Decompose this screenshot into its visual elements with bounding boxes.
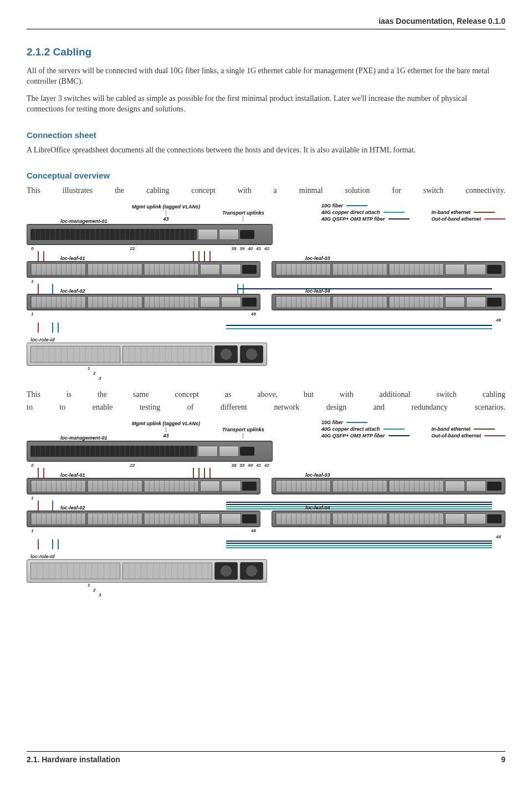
port-num: 48 — [251, 312, 256, 317]
port-num: 0 — [31, 463, 33, 468]
device-leaf-02: loc-leaf-02 — [27, 294, 260, 310]
port-num-cluster: 38 39 40 41 42 — [231, 463, 269, 468]
footer-page-number: 9 — [501, 755, 505, 764]
subsection-connection-sheet: Connection sheet — [27, 130, 505, 140]
device-leaf-02: loc-leaf-02 — [27, 511, 260, 527]
legend-cable-types-b: In-band ethernet Out-of-band ethernet — [432, 426, 506, 438]
port-num: 1 — [31, 312, 33, 317]
server-port-nums: 1 2 3 — [27, 366, 505, 381]
server-port-nums: 1 2 3 — [27, 583, 505, 598]
legend-mgmt-port: 43 — [163, 216, 168, 222]
legend-transport-uplinks: Transport uplinks — [222, 427, 264, 432]
legend-cable-types-a: 10G fiber 40G copper direct attach 40G Q… — [321, 420, 409, 438]
port-num: 0 — [31, 246, 33, 251]
device-leaf-01: loc-leaf-01 — [27, 478, 260, 494]
device-server: loc-role-id — [27, 343, 267, 366]
cabling-diagram-extended: Mgmt uplink (tagged VLANs) 43 Transport … — [27, 420, 505, 598]
legend-transport-uplinks: Transport uplinks — [222, 210, 264, 216]
port-num: 22 — [130, 246, 135, 251]
device-leaf-04: loc-leaf-04 — [272, 511, 505, 527]
overview-paragraph-2a: This is the same concept as above, but w… — [27, 390, 505, 400]
overview-paragraph-1: This illustrates the cabling concept wit… — [27, 186, 505, 196]
device-leaf-01: loc-leaf-01 — [27, 261, 260, 278]
device-leaf-03: loc-leaf-03 — [272, 261, 505, 278]
cabling-diagram-minimal: Mgmt uplink (tagged VLANs) 43 Transport … — [27, 203, 505, 381]
port-num-cluster: 38 39 40 41 42 — [231, 246, 269, 251]
device-management-switch: loc-management-01 — [27, 224, 273, 245]
port-num: 22 — [130, 463, 135, 468]
port-num: 1 — [31, 496, 33, 501]
legend-cable-types-b: In-band ethernet Out-of-band ethernet — [432, 210, 506, 222]
overview-paragraph-2b: to to enable testing of different networ… — [27, 402, 505, 413]
device-server: loc-role-id — [27, 559, 267, 583]
legend-mgmt-uplink: Mgmt uplink (tagged VLANs) — [132, 421, 200, 426]
device-leaf-03: loc-leaf-03 — [272, 478, 505, 494]
port-num: 1 — [31, 528, 33, 533]
port-num: 1 — [31, 279, 33, 284]
connection-sheet-paragraph: A LibreOffice spreadsheet documents all … — [27, 145, 505, 156]
running-header: iaas Documentation, Release 0.1.0 — [27, 17, 505, 29]
legend-cable-types-a: 10G fiber 40G copper direct attach 40G Q… — [321, 203, 409, 222]
section-paragraph-2: The layer 3 switches will be cabled as s… — [27, 94, 505, 115]
footer-section: 2.1. Hardware installation — [27, 755, 120, 764]
section-paragraph-1: All of the servers will be connected wit… — [27, 66, 505, 87]
device-leaf-04: loc-leaf-04 — [272, 294, 505, 310]
legend-mgmt-port: 43 — [163, 433, 168, 438]
port-num: 48 — [496, 534, 501, 539]
section-title: 2.1.2 Cabling — [27, 46, 505, 58]
port-num: 48 — [496, 318, 501, 323]
port-num: 48 — [251, 528, 256, 533]
subsection-conceptual-overview: Conceptual overview — [27, 171, 505, 180]
legend-mgmt-uplink: Mgmt uplink (tagged VLANs) — [132, 204, 200, 210]
device-management-switch: loc-management-01 — [27, 441, 273, 462]
